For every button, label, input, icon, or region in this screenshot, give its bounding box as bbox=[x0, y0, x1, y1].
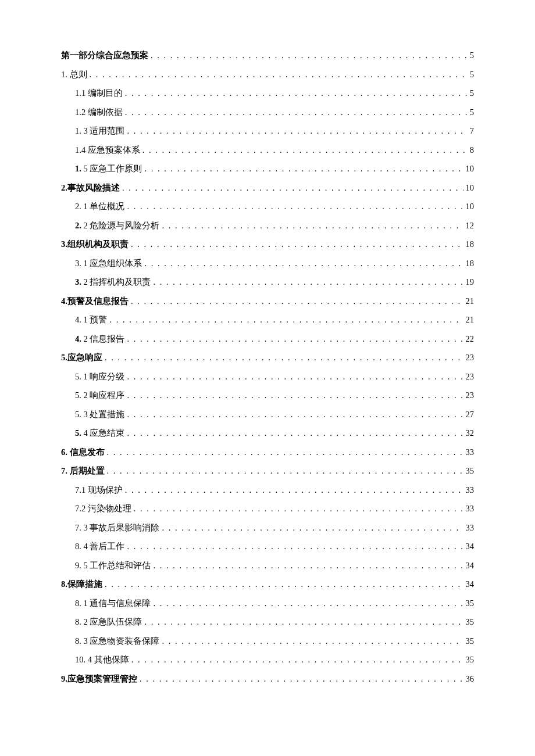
toc-entry: 3.组织机构及职责18 bbox=[61, 240, 474, 249]
toc-entry: 2. 1 单位概况10 bbox=[61, 202, 474, 211]
toc-leader-dots bbox=[127, 127, 467, 135]
toc-entry-label: 7. 3 事故后果影响消除 bbox=[75, 524, 159, 532]
toc-entry: 1.1 编制目的5 bbox=[61, 89, 474, 98]
toc-entry-label: 8. 2 应急队伍保障 bbox=[75, 618, 142, 626]
toc-entry-page: 34 bbox=[466, 561, 475, 570]
toc-entry-label: 6. 信息发布 bbox=[61, 448, 105, 457]
toc-entry-bold-prefix: 第一部分综合应急预案 bbox=[61, 51, 148, 60]
toc-entry-page: 23 bbox=[466, 353, 475, 362]
toc-entry-label: 5. 3 处置措施 bbox=[75, 410, 124, 419]
toc-entry: 1.4 应急预案体系8 bbox=[61, 146, 474, 155]
toc-entry-text: 9. 5 工作总结和评估 bbox=[75, 561, 151, 570]
toc-entry-page: 21 bbox=[466, 297, 475, 306]
toc-entry-text: 1.1 编制目的 bbox=[75, 88, 123, 98]
toc-leader-dots bbox=[131, 297, 463, 306]
toc-entry-bold-prefix: 9.应急预案管理管控 bbox=[61, 674, 137, 683]
toc-leader-dots bbox=[144, 259, 463, 268]
toc-entry-page: 33 bbox=[466, 524, 475, 532]
toc-leader-dots bbox=[153, 561, 463, 570]
toc-entry-page: 35 bbox=[466, 467, 475, 475]
toc-entry-label: 1. 5 应急工作原则 bbox=[75, 164, 142, 173]
toc-entry-text: 8. 2 应急队伍保障 bbox=[75, 617, 142, 626]
toc-entry: 7.1 现场保护33 bbox=[61, 486, 474, 495]
table-of-contents: 第一部分综合应急预案51. 总则51.1 编制目的51.2 编制依据51. 3 … bbox=[61, 51, 474, 683]
toc-entry: 7.2 污染物处理33 bbox=[61, 504, 474, 513]
toc-entry-text: 10. 4 其他保障 bbox=[75, 655, 129, 664]
toc-entry-text: 5. 3 处置措施 bbox=[75, 410, 124, 419]
toc-entry-text: 8. 1 通信与信息保障 bbox=[75, 599, 151, 608]
toc-leader-dots bbox=[144, 164, 463, 173]
toc-leader-dots bbox=[131, 240, 463, 249]
toc-entry-page: 8 bbox=[470, 146, 474, 155]
toc-entry: 3. 1 应急组织体系18 bbox=[61, 259, 474, 268]
toc-entry: 1.2 编制依据5 bbox=[61, 108, 474, 117]
toc-entry: 9.应急预案管理管控36 bbox=[61, 675, 474, 683]
toc-entry: 5. 1 响应分级23 bbox=[61, 372, 474, 381]
toc-entry-label: 5. 2 响应程序 bbox=[75, 391, 124, 400]
toc-entry-text: 2 指挥机构及职责 bbox=[81, 277, 151, 286]
toc-entry: 3. 2 指挥机构及职责19 bbox=[61, 278, 474, 286]
toc-entry: 5. 3 处置措施27 bbox=[61, 410, 474, 419]
toc-entry-bold-prefix: 4.预警及信息报告 bbox=[61, 296, 129, 306]
toc-entry-page: 19 bbox=[466, 278, 475, 286]
toc-leader-dots bbox=[105, 353, 463, 362]
toc-entry-label: 2. 2 危险源与风险分析 bbox=[75, 221, 159, 230]
toc-entry-label: 3. 2 指挥机构及职责 bbox=[75, 278, 151, 286]
toc-leader-dots bbox=[122, 184, 463, 192]
toc-entry-label: 8.保障措施 bbox=[61, 580, 102, 589]
toc-entry-text: 8. 3 应急物资装备保障 bbox=[75, 636, 159, 646]
toc-entry-text: 7.2 污染物处理 bbox=[75, 504, 131, 513]
toc-entry-page: 12 bbox=[466, 221, 475, 230]
toc-entry-label: 1. 3 适用范围 bbox=[75, 127, 124, 135]
toc-entry-bold-prefix: 5.应急响应 bbox=[61, 353, 102, 362]
toc-leader-dots bbox=[162, 221, 463, 230]
toc-entry-page: 10 bbox=[466, 164, 475, 173]
toc-leader-dots bbox=[125, 89, 468, 98]
toc-entry: 5.应急响应23 bbox=[61, 353, 474, 362]
toc-entry: 7. 3 事故后果影响消除33 bbox=[61, 524, 474, 532]
toc-entry: 2. 2 危险源与风险分析12 bbox=[61, 221, 474, 230]
toc-entry-label: 2.事故风险描述 bbox=[61, 184, 120, 192]
toc-leader-dots bbox=[142, 146, 468, 155]
toc-entry-bold-prefix: 3. bbox=[75, 277, 81, 286]
toc-entry-label: 8. 3 应急物资装备保障 bbox=[75, 637, 159, 646]
toc-entry-text: 2 危险源与风险分析 bbox=[81, 221, 160, 230]
toc-entry-bold-prefix: 4. bbox=[75, 334, 81, 343]
toc-entry-text: 1. 3 适用范围 bbox=[75, 126, 124, 135]
toc-leader-dots bbox=[127, 202, 463, 211]
toc-leader-dots bbox=[153, 278, 463, 286]
toc-entry-label: 第一部分综合应急预案 bbox=[61, 51, 148, 60]
toc-entry-label: 3.组织机构及职责 bbox=[61, 240, 129, 249]
toc-leader-dots bbox=[90, 70, 468, 79]
toc-leader-dots bbox=[125, 486, 463, 495]
toc-leader-dots bbox=[105, 580, 463, 589]
toc-entry-label: 7.1 现场保护 bbox=[75, 486, 123, 495]
toc-leader-dots bbox=[127, 429, 463, 438]
toc-entry-text: 8. 4 善后工作 bbox=[75, 542, 124, 551]
toc-entry-page: 5 bbox=[470, 51, 474, 60]
toc-entry-page: 34 bbox=[466, 580, 475, 589]
toc-entry-bold-prefix: 2. bbox=[75, 221, 81, 230]
toc-entry-text: 7. 3 事故后果影响消除 bbox=[75, 523, 159, 532]
toc-entry-page: 35 bbox=[466, 655, 475, 664]
toc-leader-dots bbox=[151, 51, 468, 60]
toc-entry-text: 1.4 应急预案体系 bbox=[75, 145, 140, 155]
toc-entry-label: 2. 1 单位概况 bbox=[75, 202, 124, 211]
toc-entry-bold-prefix: 3.组织机构及职责 bbox=[61, 239, 129, 249]
toc-entry-label: 4. 1 预警 bbox=[75, 316, 107, 324]
toc-leader-dots bbox=[140, 675, 463, 683]
toc-entry-page: 5 bbox=[470, 70, 474, 79]
toc-entry-page: 33 bbox=[466, 504, 475, 513]
toc-leader-dots bbox=[127, 391, 463, 400]
toc-entry-label: 4.预警及信息报告 bbox=[61, 297, 129, 306]
toc-leader-dots bbox=[162, 637, 463, 646]
toc-entry-label: 1.2 编制依据 bbox=[75, 108, 123, 117]
toc-entry-text: 4. 1 预警 bbox=[75, 315, 107, 324]
toc-entry-page: 23 bbox=[466, 391, 475, 400]
toc-leader-dots bbox=[162, 524, 463, 532]
toc-entry-page: 33 bbox=[466, 486, 475, 495]
toc-entry: 10. 4 其他保障35 bbox=[61, 655, 474, 664]
toc-entry-bold-prefix: 1. bbox=[75, 164, 81, 173]
toc-entry: 8. 4 善后工作34 bbox=[61, 542, 474, 551]
toc-entry-label: 1.4 应急预案体系 bbox=[75, 146, 140, 155]
